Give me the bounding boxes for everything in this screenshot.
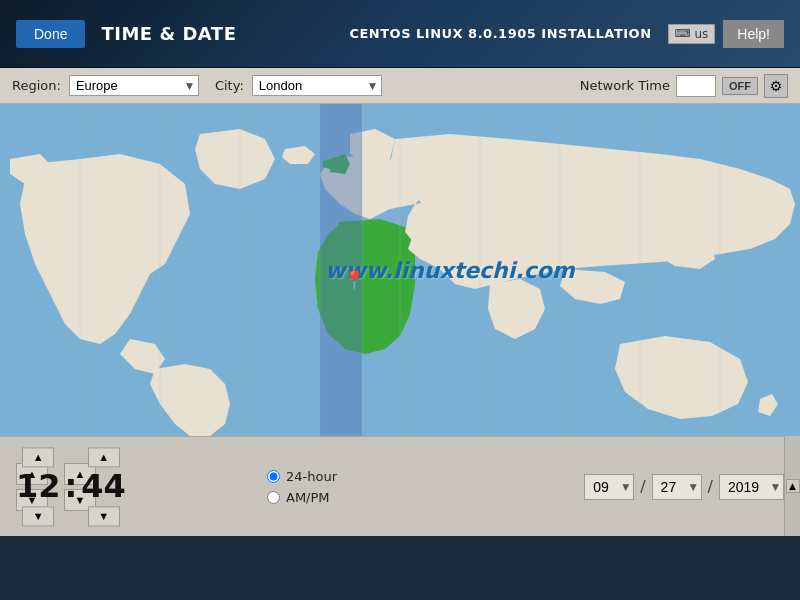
done-button[interactable]: Done — [16, 20, 85, 48]
minute-up-button-2[interactable]: ▲ — [88, 447, 120, 467]
scrollbar: ▲ — [784, 436, 800, 536]
format-ampm-radio[interactable] — [267, 491, 280, 504]
date-sep-1: / — [638, 477, 647, 496]
region-select[interactable]: Europe Africa Americas Asia Pacific — [69, 75, 199, 96]
hour-down-button-2[interactable]: ▼ — [22, 506, 54, 526]
keyboard-icon: ⌨ — [675, 27, 691, 40]
city-select-wrapper: London Paris Berlin Madrid Rome — [252, 75, 382, 96]
network-time-gear-button[interactable]: ⚙ — [764, 74, 788, 98]
scroll-button[interactable]: ▲ — [786, 479, 800, 493]
date-controls: 09 01 02 03 04 05 06 07 08 10 11 12 / 27… — [584, 474, 784, 500]
time-colon: : — [65, 469, 78, 504]
header-right: CENTOS LINUX 8.0.1905 INSTALLATION ⌨ us … — [349, 20, 784, 48]
keyboard-indicator[interactable]: ⌨ us — [668, 24, 716, 44]
keyboard-lang: us — [694, 27, 708, 41]
toolbar: Region: Europe Africa Americas Asia Paci… — [0, 68, 800, 104]
month-select[interactable]: 09 01 02 03 04 05 06 07 08 10 11 12 — [584, 474, 634, 500]
day-select-wrapper: 27 01 02 03 04 05 28 29 30 31 — [652, 474, 702, 500]
page-title: TIME & DATE — [101, 23, 236, 44]
header: Done TIME & DATE CENTOS LINUX 8.0.1905 I… — [0, 0, 800, 68]
time-display: ▲ 12 ▼ : ▲ 44 ▼ — [16, 447, 126, 526]
gear-icon: ⚙ — [770, 78, 783, 94]
format-24h-text: 24-hour — [286, 469, 337, 484]
hour-up-button-2[interactable]: ▲ — [22, 447, 54, 467]
format-24h-label[interactable]: 24-hour — [267, 469, 337, 484]
location-pin: 📍 — [343, 269, 365, 290]
network-time-section: Network Time OFF ⚙ — [580, 74, 788, 98]
network-time-toggle[interactable]: OFF — [722, 77, 758, 95]
network-time-input[interactable] — [676, 75, 716, 97]
month-select-wrapper: 09 01 02 03 04 05 06 07 08 10 11 12 — [584, 474, 634, 500]
format-24h-radio[interactable] — [267, 470, 280, 483]
pin-icon: 📍 — [343, 269, 365, 290]
network-time-label: Network Time — [580, 78, 670, 93]
bottom-bar: ▲ ▼ ▲ ▼ ▲ 12 ▼ : ▲ 44 ▼ 24-hour AM/PM — [0, 436, 800, 536]
time-hours: 12 — [16, 469, 61, 504]
year-select-wrapper: 2019 2015 2016 2017 2018 2020 2021 — [719, 474, 784, 500]
format-controls: 24-hour AM/PM — [267, 469, 337, 505]
time-minutes: 44 — [81, 469, 126, 504]
help-button[interactable]: Help! — [723, 20, 784, 48]
minute-down-button-2[interactable]: ▼ — [88, 506, 120, 526]
centos-label: CENTOS LINUX 8.0.1905 INSTALLATION — [349, 26, 651, 41]
format-ampm-label[interactable]: AM/PM — [267, 490, 337, 505]
region-label: Region: — [12, 78, 61, 93]
world-map — [0, 104, 800, 436]
format-ampm-text: AM/PM — [286, 490, 330, 505]
day-select[interactable]: 27 01 02 03 04 05 28 29 30 31 — [652, 474, 702, 500]
year-select[interactable]: 2019 2015 2016 2017 2018 2020 2021 — [719, 474, 784, 500]
map-container[interactable]: www.linuxtechi.com 📍 — [0, 104, 800, 436]
city-select[interactable]: London Paris Berlin Madrid Rome — [252, 75, 382, 96]
date-sep-2: / — [706, 477, 715, 496]
header-left: Done TIME & DATE — [16, 20, 349, 48]
region-select-wrapper: Europe Africa Americas Asia Pacific — [69, 75, 199, 96]
city-label: City: — [215, 78, 244, 93]
